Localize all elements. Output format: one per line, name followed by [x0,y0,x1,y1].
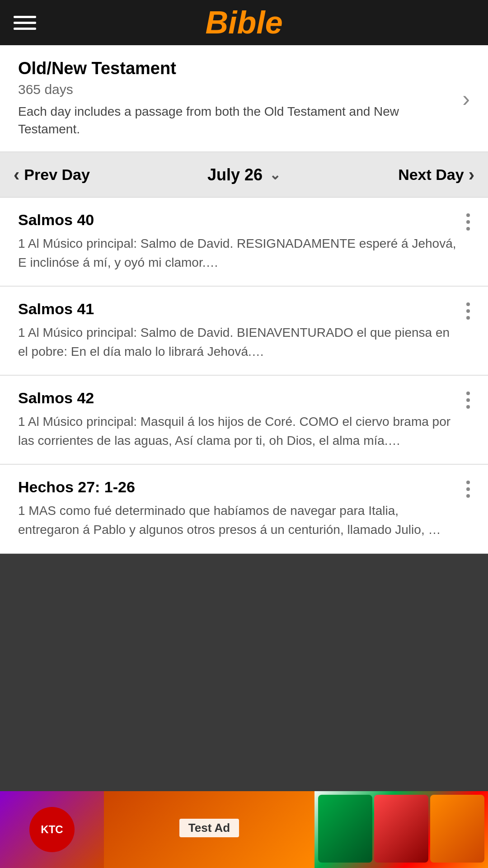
reading-item[interactable]: Salmos 42 1 Al Músico principal: Masquil… [0,376,488,465]
app-header: Bible [0,0,488,45]
ad-test-label: Test Ad [179,819,239,837]
app-title: Bible [205,5,282,41]
reading-excerpt: 1 Al Músico principal: Salmo de David. R… [18,234,457,272]
reading-title: Hechos 27: 1-26 [18,478,457,496]
ad-right-section [314,791,488,868]
next-arrow-icon: › [469,165,474,185]
ad-left-section: KTC [0,791,104,868]
plan-title: Old/New Testament [18,59,453,78]
reading-content: Hechos 27: 1-26 1 MAS como fué determina… [18,478,466,539]
reading-content: Salmos 41 1 Al Músico principal: Salmo d… [18,300,466,361]
reading-item[interactable]: Salmos 41 1 Al Músico principal: Salmo d… [0,287,488,376]
date-selector[interactable]: July 26 ⌄ [207,165,281,184]
date-chevron-icon: ⌄ [269,167,281,183]
reading-excerpt: 1 Al Músico principal: Masquil á los hij… [18,412,457,450]
reading-title: Salmos 40 [18,211,457,229]
menu-button[interactable] [14,16,36,30]
ad-banner[interactable]: KTC Test Ad [0,791,488,868]
reading-menu-icon[interactable] [466,389,470,409]
ad-thumb-3 [430,795,484,863]
prev-day-label: Prev Day [24,166,90,184]
prev-day-button[interactable]: ‹ Prev Day [14,165,90,185]
reading-title: Salmos 41 [18,300,457,318]
reading-menu-icon[interactable] [466,300,470,320]
ad-content: KTC Test Ad [0,791,488,868]
ad-thumb-1 [318,795,372,863]
reading-item[interactable]: Salmos 40 1 Al Músico principal: Salmo d… [0,198,488,287]
reading-menu-icon[interactable] [466,478,470,498]
reading-excerpt: 1 Al Músico principal: Salmo de David. B… [18,323,457,361]
plan-info: Old/New Testament 365 days Each day incl… [18,59,453,138]
reading-content: Salmos 42 1 Al Músico principal: Masquil… [18,389,466,450]
ad-thumb-2 [374,795,428,863]
next-day-label: Next Day [398,166,464,184]
next-day-button[interactable]: Next Day › [398,165,474,185]
reading-title: Salmos 42 [18,389,457,407]
current-date-label: July 26 [207,165,263,184]
ad-ktc-logo: KTC [29,807,75,852]
plan-arrow-icon[interactable]: › [462,85,470,112]
reading-menu-icon[interactable] [466,211,470,231]
reading-list: Salmos 40 1 Al Músico principal: Salmo d… [0,198,488,554]
ad-ktc-text: KTC [41,823,63,836]
reading-item[interactable]: Hechos 27: 1-26 1 MAS como fué determina… [0,465,488,554]
plan-card[interactable]: Old/New Testament 365 days Each day incl… [0,45,488,152]
day-navigation: ‹ Prev Day July 26 ⌄ Next Day › [0,152,488,198]
prev-arrow-icon: ‹ [14,165,19,185]
plan-days: 365 days [18,82,453,97]
ad-middle-section: Test Ad [104,791,314,868]
plan-description: Each day includes a passage from both th… [18,103,453,138]
reading-content: Salmos 40 1 Al Músico principal: Salmo d… [18,211,466,272]
reading-excerpt: 1 MAS como fué determinado que habíamos … [18,501,457,539]
